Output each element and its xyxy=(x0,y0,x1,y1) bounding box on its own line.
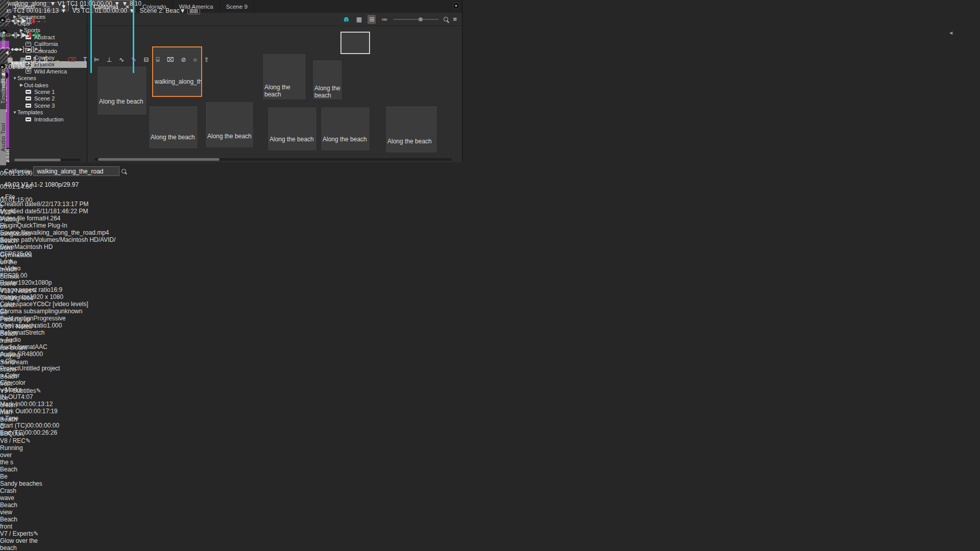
splice-in-icon[interactable]: → xyxy=(54,56,60,63)
timeline-clip-beach-front[interactable]: Beach front xyxy=(0,516,13,530)
source-blank-menu[interactable]: ▼ xyxy=(121,0,128,7)
timeline-clip-sunset-scene[interactable]: Sunset scene xyxy=(0,273,23,287)
disable-icon[interactable]: ⊘ xyxy=(181,56,186,63)
timeline-clip-ice-cream-man[interactable]: Ice cream man xyxy=(0,394,21,416)
bin-clip-along-the-beach[interactable]: Along the beach xyxy=(262,54,306,100)
overwrite-button[interactable]: → xyxy=(41,17,47,24)
timeline-grip[interactable] xyxy=(0,49,6,62)
timeline-clip-be[interactable]: Be xyxy=(0,473,3,480)
timeline-clip-beach-front[interactable]: Beach front xyxy=(0,373,14,387)
track-list-button[interactable]: ≣ xyxy=(0,78,209,85)
track-name-button[interactable]: V10 / Notes xyxy=(0,323,32,330)
source-tc-menu-icon[interactable]: ▼ xyxy=(114,0,120,7)
timeline-clip-suncream-scene[interactable]: Suncream scene xyxy=(0,359,18,373)
bin-clip-along-the-beach[interactable]: Along the beach xyxy=(385,106,437,153)
timeline-clip-beach-view[interactable]: Beach view xyxy=(0,502,13,516)
marker-icon[interactable]: ⌸ xyxy=(156,56,159,63)
match-frame-icon[interactable]: ⌧ xyxy=(167,56,174,63)
timeline-clip-bbq-fun[interactable]: BBQ fun xyxy=(0,430,74,437)
text-view-icon[interactable]: ▦ xyxy=(355,15,363,24)
bin-menu-icon[interactable]: ≡ xyxy=(453,16,457,22)
timeline-clip-glow-over-the-beach[interactable]: Glow over the beach xyxy=(0,537,47,551)
master-timecode-display[interactable]: 00:01:15:22 xyxy=(0,63,209,70)
smart-tool-icon[interactable]: ✎ xyxy=(131,56,136,63)
timeline-clip-lunch[interactable]: Lunch xyxy=(0,302,10,309)
video-monitor-button[interactable]: ◄ xyxy=(0,70,209,78)
play-button[interactable]: ▶ xyxy=(22,17,27,24)
trim-left-icon[interactable]: ][ xyxy=(33,56,37,63)
timeline-clip-playing[interactable]: Playing xyxy=(0,352,8,359)
step-back-button[interactable]: ◂| xyxy=(11,17,15,24)
source-clip-menu[interactable]: walking_along_▼ xyxy=(8,0,56,7)
extract-icon[interactable]: ⌫ xyxy=(67,56,76,63)
timeline-ruler[interactable]: 00:01:13:0000:01:14:0000:01:15:000 xyxy=(0,85,209,209)
trim-right-icon[interactable]: ][ xyxy=(43,56,47,63)
record-timecode[interactable]: 01:00:00:00 xyxy=(95,7,127,14)
bin-tab-overflow-icon[interactable]: ▼ xyxy=(453,3,459,9)
bin-clip-along-the-beach[interactable]: Along the beach xyxy=(205,102,254,148)
track-name-button[interactable]: V7 / Experts xyxy=(0,530,33,537)
timeline-clip-be[interactable]: Be xyxy=(0,309,59,316)
source-timecode[interactable]: 01:00:00:00 xyxy=(80,0,112,7)
track-name-button[interactable]: V11 / Notes xyxy=(0,287,32,294)
video-track-v8: V8 / REC✎Running over the sBeachBeSandy … xyxy=(0,437,209,530)
timeline-clip-ice-cream[interactable]: Ice cream xyxy=(0,344,37,352)
timeline-clip-crash-wave[interactable]: Crash wave xyxy=(0,487,13,502)
curve-icon[interactable]: ∿ xyxy=(119,56,124,63)
pencil-icon[interactable]: ✎ xyxy=(36,387,41,394)
bin-clip-along-the-beach[interactable]: Along the beach xyxy=(267,107,317,151)
bin-clip[interactable] xyxy=(340,32,370,54)
trim-left-button[interactable]: ◂| xyxy=(32,31,36,38)
video-quality-icon[interactable]: ▦ xyxy=(7,56,13,63)
loop-icon[interactable]: ○ xyxy=(193,56,197,63)
pencil-icon[interactable]: ✎ xyxy=(26,437,31,444)
align-top-icon[interactable]: ⊥ xyxy=(107,56,112,63)
export-icon[interactable]: ⇪ xyxy=(204,56,209,63)
timeline-clip-beach-front[interactable]: Beach front xyxy=(0,330,28,344)
timeline-clip-putting-on-sunglasses[interactable]: Putting on sunglasses xyxy=(0,216,19,237)
segment-icon[interactable]: ⊟ xyxy=(143,56,149,63)
play-button[interactable]: ▶ xyxy=(22,31,27,38)
sequence-menu[interactable]: Scene 2: Beac▼ xyxy=(140,7,186,14)
pencil-icon[interactable]: ✎ xyxy=(33,530,38,537)
timeline-clip-beach[interactable]: Beach xyxy=(0,466,8,473)
timeline-clip-sandy-beaches[interactable]: Sandy beaches xyxy=(0,480,72,487)
step-forward-button[interactable]: |▸ xyxy=(16,17,20,24)
timeline-clip-running-over-the-s[interactable]: Running over the s xyxy=(0,444,19,466)
pencil-icon[interactable]: ✎ xyxy=(11,209,16,216)
bin-clip-along-the-beach[interactable]: Along the beach xyxy=(312,60,342,100)
film-button[interactable]: ⊞⊞ xyxy=(187,8,200,14)
align-left-icon[interactable]: ⊨ xyxy=(94,56,99,63)
sidebar-collapse-icon[interactable]: ◀ xyxy=(949,31,952,35)
track-name-button[interactable]: V12 xyxy=(0,209,11,216)
pencil-icon[interactable]: ✎ xyxy=(32,287,37,294)
master-timecode[interactable]: 00:01:16:13 xyxy=(27,7,59,14)
step-back-button[interactable]: ◂| xyxy=(11,31,15,38)
timeline-clip-c[interactable]: C xyxy=(0,423,2,430)
timeline-clip-gymnastics-on-the-beach[interactable]: Gymnastics on the beach xyxy=(0,252,35,273)
splice-in-button[interactable]: → xyxy=(35,17,41,24)
track-name-button[interactable]: V8 / REC xyxy=(0,437,26,444)
pencil-icon[interactable]: ✎ xyxy=(32,323,37,330)
thumbnail-size-slider[interactable] xyxy=(393,19,439,20)
timeline-clip-beach-front[interactable]: Beach front xyxy=(0,237,21,252)
timeline-clip-getting-food[interactable]: Getting food xyxy=(0,294,47,302)
source-duration: 8:10 xyxy=(130,0,141,7)
clip-frame-icon[interactable]: ▤ xyxy=(20,56,26,63)
master-tc-menu-icon[interactable]: ▼ xyxy=(61,7,67,14)
bin-unlock-icon[interactable]: ⋒ xyxy=(342,15,350,24)
script-view-icon[interactable]: ≔ xyxy=(380,15,388,24)
track-name-button[interactable]: V9 / Subtitles xyxy=(0,387,36,394)
text-tool-icon[interactable]: T xyxy=(83,56,87,63)
bin-search-icon[interactable] xyxy=(444,17,448,21)
timeline-clip-beach[interactable]: Beach xyxy=(0,416,8,423)
step-forward-button[interactable]: |▸ xyxy=(16,31,20,38)
timeline-clip-packing-up[interactable]: Packing up xyxy=(0,316,44,323)
trim-right-button[interactable]: |▸ xyxy=(36,31,41,38)
add-marker-red-button[interactable]: ▮ xyxy=(32,17,35,24)
frame-view-icon[interactable]: ⊞ xyxy=(368,15,376,24)
timeline-panel: ▶ Timeline ≡◄▦▤][][→⌫T⊨⊥∿✎⊟⌸⌧⊘○⇪ 00:01:1… xyxy=(0,49,209,551)
composer-grip[interactable] xyxy=(0,0,7,15)
clip-thumbnail xyxy=(206,102,253,132)
bin-clip-along-the-beach[interactable]: Along the beach xyxy=(321,107,370,151)
